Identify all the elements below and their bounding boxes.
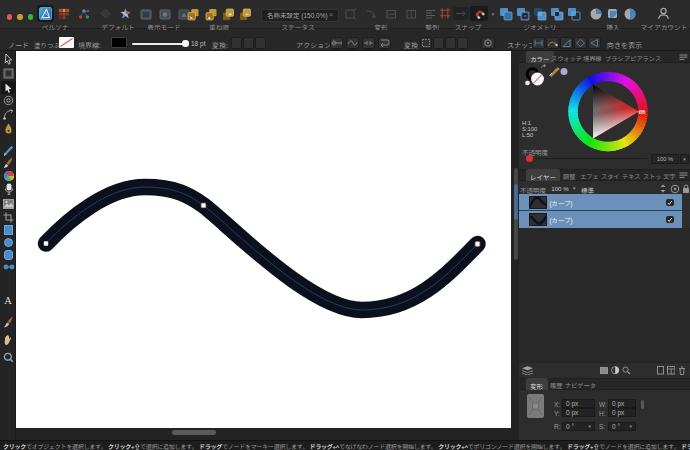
svg-text:∞: ∞ [639,106,646,117]
